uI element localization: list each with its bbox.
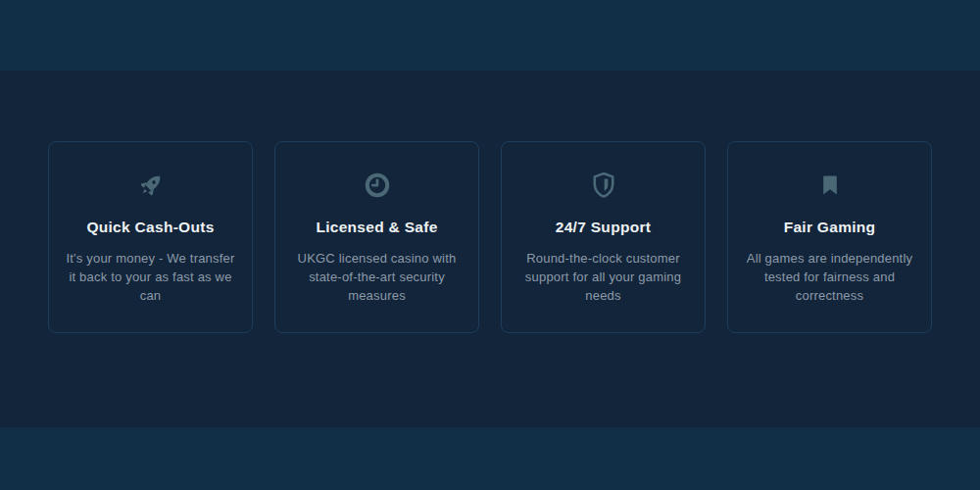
feature-title: Fair Gaming — [740, 219, 919, 236]
feature-description: Round-the-clock customer support for all… — [514, 250, 693, 306]
shield-icon — [514, 170, 693, 201]
feature-card-licensed-safe: Licensed & Safe UKGC licensed casino wit… — [274, 141, 479, 333]
clock-icon — [287, 170, 466, 201]
feature-card-fair-gaming: Fair Gaming All games are independently … — [727, 141, 932, 333]
header-band — [0, 0, 980, 71]
feature-title: Licensed & Safe — [287, 219, 466, 236]
feature-card-support: 24/7 Support Round-the-clock customer su… — [501, 141, 706, 333]
feature-title: 24/7 Support — [514, 219, 693, 236]
rocket-icon — [61, 170, 240, 201]
bookmark-icon — [740, 170, 919, 201]
feature-title: Quick Cash-Outs — [61, 219, 240, 236]
feature-card-quick-cashouts: Quick Cash-Outs It's your money - We tra… — [48, 141, 253, 333]
feature-description: All games are independently tested for f… — [741, 250, 919, 306]
feature-cards-row: Quick Cash-Outs It's your money - We tra… — [48, 141, 932, 333]
footer-band — [0, 427, 980, 490]
features-section: Quick Cash-Outs It's your money - We tra… — [0, 71, 980, 427]
feature-description: UKGC licensed casino with state-of-the-a… — [288, 250, 466, 306]
feature-description: It's your money - We transfer it back to… — [62, 250, 240, 306]
